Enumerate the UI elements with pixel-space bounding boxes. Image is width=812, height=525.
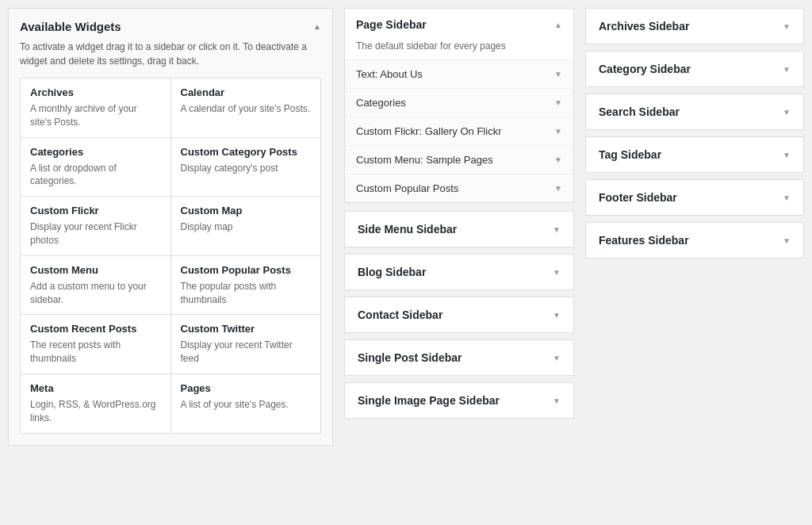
widget-item-custom-map[interactable]: Custom Map Display map — [171, 197, 321, 255]
collapsed-sidebar-title: Contact Sidebar — [358, 308, 442, 321]
chevron-down-icon: ▼ — [554, 155, 562, 164]
widget-item-custom-flickr[interactable]: Custom Flickr Display your recent Flickr… — [21, 197, 170, 255]
page-sidebar-widgets: Text: About Us ▼ Categories ▼ Custom Fli… — [345, 59, 573, 202]
widget-desc: Display your recent Flickr photos — [30, 220, 161, 247]
available-widgets-description: To activate a widget drag it to a sideba… — [20, 40, 321, 68]
sidebar-widget-item[interactable]: Custom Flickr: Gallery On Flickr ▼ — [345, 117, 573, 145]
widget-item-archives[interactable]: Archives A monthly archive of your site'… — [21, 79, 170, 137]
chevron-down-icon: ▼ — [553, 225, 561, 234]
chevron-down-icon: ▼ — [554, 98, 562, 107]
other-sidebar-item[interactable]: Tag Sidebar ▼ — [585, 136, 804, 173]
sidebar-widget-label: Custom Menu: Sample Pages — [356, 154, 493, 166]
other-sidebar-title: Search Sidebar — [599, 105, 680, 118]
chevron-down-icon: ▼ — [783, 236, 791, 245]
page-sidebar-panel: Page Sidebar ▲ The default sidebar for e… — [344, 8, 574, 446]
widget-item-meta[interactable]: Meta Login, RSS, & WordPress.org links. — [21, 374, 170, 433]
chevron-down-icon: ▼ — [783, 151, 791, 159]
widget-item-custom-category-posts[interactable]: Custom Category Posts Display category's… — [171, 138, 321, 197]
collapsed-sidebar-header[interactable]: Side Menu Sidebar ▼ — [345, 212, 573, 247]
collapsed-sidebar: Side Menu Sidebar ▼ — [344, 211, 574, 247]
sidebar-widget-label: Custom Popular Posts — [356, 182, 458, 194]
widget-name: Custom Map — [181, 205, 312, 217]
widget-desc: Login, RSS, & WordPress.org links. — [30, 398, 161, 425]
chevron-down-icon: ▼ — [783, 194, 791, 202]
available-widgets-panel: Available Widgets ▲ To activate a widget… — [8, 8, 333, 446]
sidebar-widget-label: Text: About Us — [356, 68, 423, 80]
other-sidebar-title: Footer Sidebar — [599, 191, 677, 204]
other-sidebar-item[interactable]: Archives Sidebar ▼ — [585, 8, 804, 44]
collapsed-sidebar-header[interactable]: Single Post Sidebar ▼ — [345, 340, 573, 375]
widget-desc: Display map — [181, 220, 312, 234]
sidebar-widget-label: Custom Flickr: Gallery On Flickr — [356, 125, 501, 137]
widget-name: Pages — [181, 382, 312, 394]
collapsed-sidebar-header[interactable]: Blog Sidebar ▼ — [345, 255, 573, 289]
other-sidebar-item[interactable]: Search Sidebar ▼ — [585, 94, 804, 130]
chevron-down-icon: ▼ — [554, 70, 562, 79]
chevron-down-icon: ▼ — [554, 127, 562, 136]
page-sidebar-title: Page Sidebar — [356, 18, 427, 31]
sidebar-widget-item[interactable]: Custom Popular Posts ▼ — [345, 174, 573, 202]
collapse-arrow-icon[interactable]: ▲ — [313, 22, 321, 31]
collapsed-sidebar: Single Image Page Sidebar ▼ — [344, 382, 574, 419]
widget-name: Meta — [30, 382, 161, 394]
sidebar-widget-label: Categories — [356, 97, 406, 109]
other-sidebar-title: Tag Sidebar — [599, 148, 661, 161]
collapsed-sidebar-title: Single Post Sidebar — [358, 351, 462, 364]
chevron-down-icon: ▼ — [553, 268, 561, 277]
widget-name: Custom Popular Posts — [181, 264, 312, 276]
collapsed-sidebars-middle: Side Menu Sidebar ▼ Blog Sidebar ▼ Conta… — [344, 211, 574, 419]
widget-desc: A list of your site's Pages. — [181, 398, 312, 412]
sidebar-widget-item[interactable]: Text: About Us ▼ — [345, 59, 573, 88]
widget-item-custom-twitter[interactable]: Custom Twitter Display your recent Twitt… — [171, 315, 321, 374]
widget-name: Custom Flickr — [30, 205, 161, 217]
sidebar-widget-item[interactable]: Categories ▼ — [345, 88, 573, 117]
widget-desc: A monthly archive of your site's Posts. — [30, 102, 161, 129]
other-sidebar-item[interactable]: Footer Sidebar ▼ — [585, 179, 804, 216]
widget-desc: Add a custom menu to your sidebar. — [30, 280, 161, 307]
other-sidebar-item[interactable]: Category Sidebar ▼ — [585, 51, 804, 87]
widget-item-pages[interactable]: Pages A list of your site's Pages. — [171, 374, 321, 433]
widget-name: Calendar — [181, 86, 312, 98]
other-sidebar-title: Features Sidebar — [599, 234, 689, 247]
collapsed-sidebar-title: Side Menu Sidebar — [358, 223, 457, 236]
widget-desc: A list or dropdown of categories. — [30, 162, 161, 189]
widgets-grid: Archives A monthly archive of your site'… — [20, 78, 321, 434]
widget-name: Custom Recent Posts — [30, 323, 161, 335]
widget-item-calendar[interactable]: Calendar A calendar of your site's Posts… — [171, 79, 321, 137]
other-sidebar-title: Archives Sidebar — [599, 20, 689, 33]
chevron-down-icon: ▼ — [554, 184, 562, 193]
widget-item-categories[interactable]: Categories A list or dropdown of categor… — [21, 138, 170, 197]
page-sidebar-section: Page Sidebar ▲ The default sidebar for e… — [344, 8, 574, 203]
available-widgets-header: Available Widgets ▲ — [20, 20, 321, 33]
widget-desc: A calendar of your site's Posts. — [181, 102, 312, 116]
collapsed-sidebar: Blog Sidebar ▼ — [344, 254, 574, 290]
widget-name: Custom Menu — [30, 264, 161, 276]
chevron-down-icon: ▼ — [553, 311, 561, 320]
other-sidebar-item[interactable]: Features Sidebar ▼ — [585, 222, 804, 259]
widget-desc: The recent posts with thumbnails — [30, 339, 161, 366]
collapsed-sidebar-title: Blog Sidebar — [358, 266, 426, 278]
collapsed-sidebar: Single Post Sidebar ▼ — [344, 339, 574, 376]
chevron-down-icon: ▼ — [783, 65, 791, 74]
collapsed-sidebar-title: Single Image Page Sidebar — [358, 394, 500, 407]
widget-desc: The popular posts with thumbnails — [181, 280, 312, 307]
collapsed-sidebar-header[interactable]: Contact Sidebar ▼ — [345, 297, 573, 332]
widget-name: Custom Twitter — [181, 323, 312, 335]
widget-name: Categories — [30, 146, 161, 158]
page-sidebar-subtitle: The default sidebar for every pages — [345, 40, 573, 59]
collapsed-sidebar: Contact Sidebar ▼ — [344, 297, 574, 333]
collapsed-sidebar-header[interactable]: Single Image Page Sidebar ▼ — [345, 383, 573, 418]
page-sidebar-header: Page Sidebar ▲ — [345, 9, 573, 40]
widget-item-custom-popular-posts[interactable]: Custom Popular Posts The popular posts w… — [171, 256, 321, 315]
widget-name: Archives — [30, 86, 161, 98]
widget-desc: Display your recent Twitter feed — [181, 339, 312, 366]
chevron-down-icon: ▼ — [553, 397, 561, 405]
widget-item-custom-menu[interactable]: Custom Menu Add a custom menu to your si… — [21, 256, 170, 315]
page-sidebar-collapse-icon[interactable]: ▲ — [554, 21, 562, 29]
sidebar-widget-item[interactable]: Custom Menu: Sample Pages ▼ — [345, 145, 573, 174]
available-widgets-title: Available Widgets — [20, 20, 121, 33]
chevron-down-icon: ▼ — [553, 354, 561, 362]
widget-item-custom-recent-posts[interactable]: Custom Recent Posts The recent posts wit… — [21, 315, 170, 374]
chevron-down-icon: ▼ — [783, 108, 791, 117]
widget-name: Custom Category Posts — [181, 146, 312, 158]
